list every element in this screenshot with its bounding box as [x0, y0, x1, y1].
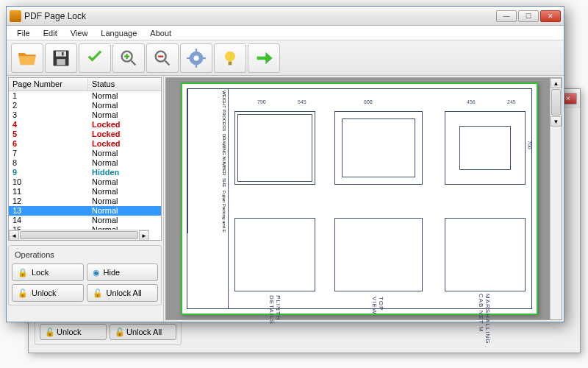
main-window: PDF Page Lock — ☐ ✕ File Edit View Langu… [6, 6, 564, 322]
operations-title: Operations [12, 249, 158, 263]
table-row[interactable]: 8Normal [9, 158, 161, 168]
toolbar-apply-button[interactable] [79, 43, 111, 73]
unlock-button[interactable]: 🔓Unlock [12, 284, 84, 302]
lock-icon: 🔒 [18, 268, 28, 277]
toolbar-settings-button[interactable] [180, 43, 212, 73]
toolbar-idea-button[interactable] [214, 43, 246, 73]
svg-rect-2 [57, 59, 65, 65]
table-row[interactable]: 9Hidden [9, 168, 161, 177]
maximize-button[interactable]: ☐ [518, 10, 539, 22]
lightbulb-icon [220, 48, 240, 68]
hide-button[interactable]: ◉Hide [87, 263, 159, 281]
toolbar [7, 40, 564, 76]
table-row[interactable]: 2Normal [9, 101, 161, 110]
pdf-page: WEIGHT PROCESS DRAWING NUMBER SHE Fujian… [181, 82, 538, 315]
svg-rect-11 [202, 57, 206, 58]
col-page-number[interactable]: Page Number [9, 78, 88, 91]
bg-unlock-button[interactable]: 🔓Unlock [40, 324, 107, 340]
scroll-right-icon[interactable]: ► [139, 230, 149, 241]
folder-open-icon [17, 48, 37, 68]
zoom-in-icon [118, 48, 139, 68]
unlock-all-button[interactable]: 🔓Unlock All [87, 284, 159, 302]
table-row[interactable]: 11Normal [9, 187, 161, 197]
label-plinth: PLINTH DETAILS [268, 295, 282, 325]
scroll-thumb[interactable] [20, 231, 138, 239]
toolbar-open-button[interactable] [11, 43, 43, 73]
drawing-title-block: WEIGHT PROCESS DRAWING NUMBER SHE Fujian… [187, 89, 229, 308]
label-cabinet: MARSHALLING CABINET M [478, 294, 491, 344]
table-row[interactable]: 7Normal [9, 149, 161, 158]
menu-about[interactable]: About [144, 27, 177, 39]
table-row[interactable]: 13Normal [9, 206, 161, 216]
svg-rect-13 [229, 61, 232, 65]
table-row[interactable]: 4Locked [9, 120, 161, 130]
table-row[interactable]: 10Normal [9, 177, 161, 187]
eye-slash-icon: ◉ [93, 268, 100, 277]
toolbar-next-button[interactable] [248, 43, 280, 73]
svg-rect-1 [56, 51, 66, 56]
svg-rect-8 [196, 49, 197, 52]
bg-unlock-all-button[interactable]: 🔓Unlock All [110, 324, 176, 340]
toolbar-zoom-out-button[interactable] [146, 43, 179, 73]
check-icon [85, 48, 105, 68]
scroll-down-icon[interactable]: ▼ [551, 116, 562, 127]
svg-point-7 [194, 55, 199, 60]
lock-button[interactable]: 🔒Lock [12, 263, 84, 281]
arrow-right-icon [254, 48, 274, 68]
vertical-scrollbar[interactable]: ▲ ▼ [550, 78, 562, 319]
svg-rect-10 [187, 57, 190, 58]
svg-rect-9 [196, 64, 197, 68]
menu-view[interactable]: View [65, 27, 94, 39]
menu-file[interactable]: File [11, 27, 36, 39]
floppy-disk-icon [51, 48, 71, 68]
menubar: File Edit View Language About [7, 26, 564, 40]
table-row[interactable]: 12Normal [9, 197, 161, 206]
unlock-icon: 🔓 [45, 328, 54, 336]
close-button[interactable]: ✕ [540, 10, 561, 22]
grid-header: Page Number Status [9, 78, 161, 91]
unlock-all-icon: 🔓 [115, 328, 123, 336]
horizontal-scrollbar[interactable]: ◄ ► [9, 230, 149, 240]
app-icon [10, 10, 21, 22]
table-row[interactable]: 1Normal [9, 91, 161, 101]
label-top-view: TOP VIEW [371, 297, 384, 314]
zoom-out-icon [152, 48, 173, 68]
unlock-icon: 🔓 [18, 289, 28, 298]
toolbar-save-button[interactable] [45, 43, 77, 73]
table-row[interactable]: 14Normal [9, 216, 161, 225]
page-list[interactable]: Page Number Status 1Normal2Normal3Normal… [8, 77, 162, 241]
left-panel: Page Number Status 1Normal2Normal3Normal… [7, 76, 164, 322]
table-row[interactable]: 5Locked [9, 130, 161, 139]
col-status[interactable]: Status [88, 78, 161, 91]
table-row[interactable]: 3Normal [9, 110, 161, 120]
gear-icon [186, 48, 207, 68]
toolbar-zoom-in-button[interactable] [112, 43, 145, 73]
svg-rect-3 [62, 52, 63, 55]
svg-point-12 [225, 51, 235, 61]
unlock-all-icon: 🔓 [93, 289, 103, 298]
pdf-viewer[interactable]: WEIGHT PROCESS DRAWING NUMBER SHE Fujian… [165, 77, 562, 320]
operations-panel: Operations 🔒Lock ◉Hide 🔓Unlock 🔓Unlock A… [8, 245, 162, 305]
vscroll-thumb[interactable] [551, 89, 561, 116]
menu-language[interactable]: Language [95, 27, 143, 39]
minimize-button[interactable]: — [496, 10, 517, 22]
scroll-up-icon[interactable]: ▲ [551, 78, 562, 88]
titlebar[interactable]: PDF Page Lock — ☐ ✕ [7, 7, 564, 26]
scroll-left-icon[interactable]: ◄ [9, 230, 19, 241]
menu-edit[interactable]: Edit [37, 27, 63, 39]
window-title: PDF Page Lock [24, 11, 496, 21]
table-row[interactable]: 6Locked [9, 139, 161, 149]
